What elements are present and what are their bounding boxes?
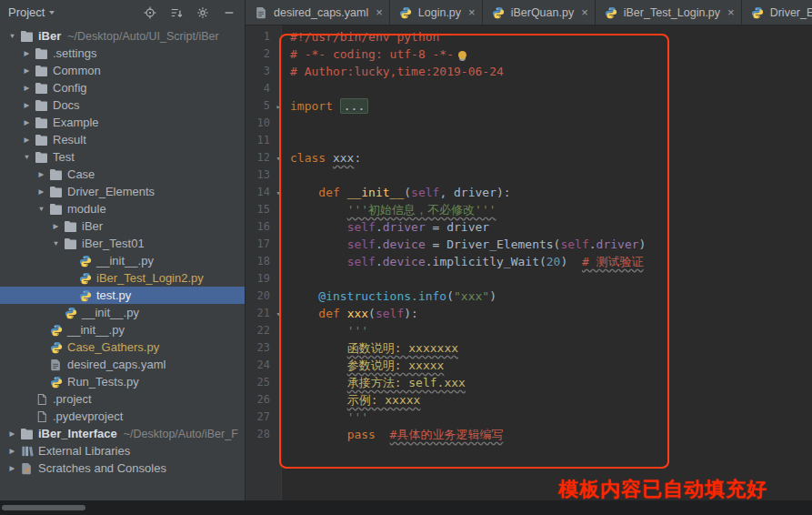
chevron-down-icon[interactable]: ▼ bbox=[20, 153, 34, 161]
tab-driver-elements-py[interactable]: Driver_Elements.py× bbox=[742, 0, 812, 25]
chevron-right-icon[interactable]: ▶ bbox=[35, 187, 48, 196]
python-icon bbox=[48, 341, 64, 354]
tree-item-case-gathers-py[interactable]: Case_Gathers.py bbox=[0, 338, 245, 356]
tree-item-label: Case_Gathers.py bbox=[67, 340, 159, 354]
code-text: pass #具体的业务逻辑编写 bbox=[282, 426, 503, 443]
tab-label: desired_caps.yaml bbox=[274, 6, 368, 19]
code-line: 16 self.driver = driver bbox=[246, 218, 812, 236]
close-icon[interactable]: × bbox=[376, 6, 383, 18]
tree-item-external-libraries[interactable]: ▶External Libraries bbox=[0, 442, 245, 459]
bottom-bar bbox=[0, 500, 812, 515]
tree-item-path: ~/Desktop/Auto/iBer_F bbox=[124, 428, 238, 440]
tree-item-iber-interface[interactable]: ▶iBer_Interface~/Desktop/Auto/iBer_F bbox=[0, 425, 245, 442]
tree-item-iber-test-login2-py[interactable]: iBer_Test_Login2.py bbox=[0, 269, 245, 287]
tab-iberquan-py[interactable]: iBerQuan.py× bbox=[483, 0, 596, 25]
code-line: 20 @instructions.info("xxx") bbox=[246, 288, 812, 305]
tree-item-docs[interactable]: ▶Docs bbox=[0, 96, 245, 114]
tree-item-case[interactable]: ▶Case bbox=[0, 166, 245, 183]
chevron-down-icon[interactable]: ▼ bbox=[49, 239, 63, 247]
code-line: 22 ''' bbox=[246, 322, 812, 339]
code-text: ''' bbox=[282, 322, 368, 339]
scratch-icon bbox=[19, 462, 35, 475]
code-text bbox=[282, 115, 290, 132]
fold-expanded-icon[interactable]: ▾ bbox=[276, 185, 281, 202]
tree-item-iber[interactable]: ▶iBer bbox=[0, 217, 245, 235]
tree-item-scratches-and-consoles[interactable]: ▶Scratches and Consoles bbox=[0, 459, 245, 477]
tree-item-desired-caps-yaml[interactable]: desired_caps.yaml bbox=[0, 356, 245, 373]
tree-item-init-py[interactable]: __init__.py bbox=[0, 321, 245, 338]
tree-item-test[interactable]: ▼Test bbox=[0, 148, 245, 166]
close-icon[interactable]: × bbox=[468, 6, 476, 18]
chevron-down-icon bbox=[49, 11, 55, 15]
project-panel: Project ▼iBer~/Desktop/Auto/UI_Script/iB… bbox=[0, 0, 246, 500]
tree-item-pydevproject[interactable]: .pydevproject bbox=[0, 408, 245, 425]
horizontal-scrollbar[interactable] bbox=[2, 505, 85, 510]
tab-iber-test-login-py[interactable]: iBer_Test_Login.py× bbox=[596, 0, 742, 25]
chevron-right-icon[interactable]: ▶ bbox=[5, 447, 19, 455]
gear-icon[interactable] bbox=[196, 6, 209, 19]
tree-item-init-py[interactable]: __init__.py bbox=[0, 252, 245, 269]
fold-expanded-icon[interactable]: ▾ bbox=[276, 306, 281, 323]
tree-item-label: Example bbox=[53, 116, 99, 129]
locate-icon[interactable] bbox=[144, 6, 156, 19]
tree-item-result[interactable]: ▶Result bbox=[0, 131, 245, 148]
sort-icon[interactable] bbox=[170, 6, 183, 19]
python-icon bbox=[77, 272, 93, 285]
close-icon[interactable]: × bbox=[581, 6, 588, 18]
chevron-right-icon[interactable]: ▶ bbox=[35, 170, 48, 178]
tree-item-settings[interactable]: ▶.settings bbox=[0, 45, 245, 62]
tree-item-label: Scratches and Consoles bbox=[38, 461, 166, 475]
tab-desired-caps-yaml[interactable]: desired_caps.yaml× bbox=[246, 0, 390, 25]
tree-item-label: Docs bbox=[53, 98, 80, 112]
chevron-right-icon[interactable]: ▶ bbox=[20, 118, 34, 126]
tree-item-example[interactable]: ▶Example bbox=[0, 114, 245, 131]
tab-login-py[interactable]: Login.py× bbox=[390, 0, 483, 25]
chevron-right-icon[interactable]: ▶ bbox=[20, 136, 34, 144]
tree-item-run-tests-py[interactable]: Run_Tests.py bbox=[0, 373, 245, 390]
tree-item-common[interactable]: ▶Common bbox=[0, 62, 245, 79]
folder-icon bbox=[63, 237, 78, 249]
chevron-right-icon[interactable]: ▶ bbox=[5, 464, 19, 472]
chevron-right-icon[interactable]: ▶ bbox=[20, 84, 34, 92]
library-icon bbox=[19, 445, 35, 457]
file-icon bbox=[34, 410, 49, 423]
fold-collapsed-icon[interactable]: ▸ bbox=[276, 98, 281, 116]
close-icon[interactable]: × bbox=[727, 6, 735, 18]
code-text: '''初始信息，不必修改''' bbox=[282, 201, 496, 218]
folder-icon bbox=[48, 168, 64, 180]
chevron-right-icon[interactable]: ▶ bbox=[20, 66, 34, 75]
tree-item-test-py[interactable]: test.py bbox=[0, 287, 245, 304]
chevron-right-icon[interactable]: ▶ bbox=[20, 101, 34, 109]
tree-item-iber[interactable]: ▼iBer~/Desktop/Auto/UI_Script/iBer bbox=[0, 27, 245, 45]
code-line: 10 bbox=[246, 115, 812, 132]
tree-item-iber-test01[interactable]: ▼iBer_Test01 bbox=[0, 235, 245, 252]
fold-expanded-icon[interactable]: ▾ bbox=[276, 150, 281, 167]
chevron-right-icon[interactable]: ▶ bbox=[5, 429, 19, 438]
tree-item-label: __init__.py bbox=[82, 306, 139, 319]
tree-item-project[interactable]: .project bbox=[0, 390, 245, 408]
tab-label: Driver_Elements.py bbox=[770, 6, 812, 19]
tree-item-config[interactable]: ▶Config bbox=[0, 79, 245, 96]
chevron-right-icon[interactable]: ▶ bbox=[20, 49, 34, 57]
tree-item-label: test.py bbox=[96, 288, 131, 302]
code-line: 19 bbox=[246, 270, 812, 288]
code-text bbox=[282, 167, 290, 184]
tree-item-module[interactable]: ▼module bbox=[0, 200, 245, 217]
folder-icon bbox=[19, 428, 35, 439]
line-number: 23 bbox=[246, 339, 282, 357]
python-icon bbox=[604, 6, 619, 19]
code-text bbox=[282, 80, 290, 97]
project-view-selector[interactable]: Project bbox=[8, 5, 55, 19]
chevron-down-icon[interactable]: ▼ bbox=[5, 32, 19, 40]
tree-item-init-py[interactable]: __init__.py bbox=[0, 304, 245, 321]
code-area[interactable]: 1#!/usr/bin/env python2# -*- coding: utf… bbox=[246, 25, 812, 500]
chevron-down-icon[interactable]: ▼ bbox=[35, 205, 48, 213]
tree-item-label: __init__.py bbox=[96, 254, 154, 268]
tree-item-driver-elements[interactable]: ▶Driver_Elements bbox=[0, 183, 245, 200]
line-number: 2 bbox=[246, 45, 282, 63]
line-number: 12▾ bbox=[246, 149, 282, 167]
hide-icon[interactable] bbox=[223, 6, 236, 19]
line-number: 1 bbox=[246, 28, 282, 45]
chevron-right-icon[interactable]: ▶ bbox=[49, 222, 63, 230]
code-text bbox=[282, 132, 290, 149]
